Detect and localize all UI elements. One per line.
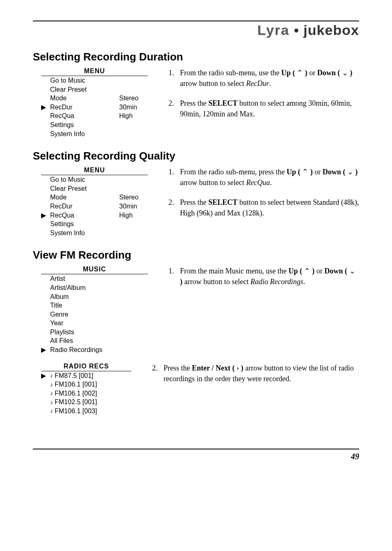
music-note-icon: ♪	[50, 398, 53, 406]
row-label: Mode	[50, 193, 119, 202]
menu-row: ▶ RecQua High	[41, 211, 148, 220]
row-label: Clear Preset	[50, 184, 119, 193]
instruction-step: From the radio sub-menu, use the Up ( ⌃ …	[176, 67, 359, 89]
row-label: Album	[50, 292, 148, 301]
instruction-step: Press the SELECT button to select betwee…	[176, 197, 359, 218]
instructions-recqua: From the radio sub-menu, press the Up ( …	[164, 167, 359, 227]
instruction-step: From the main Music menu, use the Up ( ⌃…	[176, 266, 359, 287]
row-label: Year	[50, 319, 148, 328]
row-label: FM102.5 [001]	[55, 398, 131, 407]
row-label: Artist/Album	[50, 283, 148, 292]
menu-row: ▶ ♪ FM87.5 [001]	[41, 371, 131, 380]
instruction-step: From the radio sub-menu, press the Up ( …	[176, 167, 359, 188]
menu-row: Year	[41, 319, 148, 328]
row-label: RecDur	[50, 103, 119, 112]
music-note-icon: ♪	[50, 389, 53, 397]
menu-recdur: MENU Go to Music Clear Preset Mode Stere…	[41, 67, 148, 138]
music-note-icon: ♪	[50, 372, 53, 380]
row-label: Playlists	[50, 328, 148, 337]
menu-row: Playlists	[41, 328, 148, 337]
menu-row: Artist/Album	[41, 283, 148, 292]
steps-list: From the radio sub-menu, use the Up ( ⌃ …	[164, 67, 359, 119]
menu-rows: ▶ ♪ FM87.5 [001] ♪ FM106.1 [001] ♪ FM106…	[41, 371, 131, 416]
menu-heading: RADIO RECS	[41, 363, 131, 371]
menu-row: Genre	[41, 310, 148, 319]
brand-left: Lyra	[257, 22, 290, 38]
row-label: FM106.1 [003]	[55, 407, 131, 416]
row-label: RecQua	[50, 111, 119, 120]
menu-rows: Go to Music Clear Preset Mode Stereo Rec…	[41, 175, 148, 237]
menu-music: MUSIC Artist Artist/Album Album Title Ge…	[41, 266, 148, 354]
menu-heading: MENU	[41, 67, 148, 76]
row-label: Clear Preset	[50, 85, 119, 94]
row-label: Title	[50, 301, 148, 310]
menu-row: System Info	[41, 229, 148, 238]
steps-list: Press the Enter / Next ( › ) arrow butto…	[148, 363, 359, 384]
row-value: Stereo	[119, 193, 148, 202]
row-label: Go to Music	[50, 76, 119, 85]
row-label: System Info	[50, 229, 119, 238]
brand-right: jukebox	[304, 22, 359, 38]
menu-row: Album	[41, 292, 148, 301]
row-label: All Files	[50, 336, 148, 345]
menu-row: ♪ FM102.5 [001]	[41, 398, 131, 407]
menu-row: ▶ RecDur 30min	[41, 103, 148, 112]
row-label: Settings	[50, 120, 119, 130]
footer-rule	[33, 449, 359, 449]
row-label: Radio Recordings	[50, 345, 148, 354]
row-label: Go to Music	[50, 175, 119, 184]
music-note-icon: ♪	[50, 407, 53, 415]
menu-row: Go to Music	[41, 175, 148, 184]
section-title-recdur: Selecting Recording Duration	[33, 51, 359, 63]
menu-recqua: MENU Go to Music Clear Preset Mode Stere…	[41, 167, 148, 237]
menu-rows: Go to Music Clear Preset Mode Stereo ▶ R…	[41, 76, 148, 138]
menu-row: Settings	[41, 120, 148, 130]
menu-row: Settings	[41, 220, 148, 229]
header-rule	[33, 21, 359, 21]
menu-radio-recs: RADIO RECS ▶ ♪ FM87.5 [001] ♪ FM106.1 [0…	[41, 363, 131, 416]
menu-row: Title	[41, 301, 148, 310]
row-label: Artist	[50, 274, 148, 283]
row-label: RecDur	[50, 202, 119, 211]
row-marker-icon: ▶	[41, 211, 50, 220]
brand-sep: •	[290, 22, 304, 38]
menu-row: ▶ Radio Recordings	[41, 345, 148, 354]
brand-header: Lyra • jukebox	[33, 22, 359, 38]
instructions-viewfm-2: Press the Enter / Next ( › ) arrow butto…	[148, 363, 359, 393]
row-label: RecQua	[50, 211, 119, 220]
row-value: 30min	[119, 103, 148, 112]
menu-row: Mode Stereo	[41, 94, 148, 103]
row-value: Stereo	[119, 94, 148, 103]
menu-row: Clear Preset	[41, 85, 148, 94]
menu-row: System Info	[41, 130, 148, 139]
instruction-step: Press the SELECT button to select among …	[176, 98, 359, 119]
menu-row: ♪ FM106.1 [001]	[41, 380, 131, 389]
instructions-recdur: From the radio sub-menu, use the Up ( ⌃ …	[164, 67, 359, 128]
menu-row: ♪ FM106.1 [003]	[41, 407, 131, 416]
menu-row: ♪ FM106.1 [002]	[41, 389, 131, 398]
menu-row: Go to Music	[41, 76, 148, 85]
page-number: 49	[33, 452, 359, 461]
menu-heading: MUSIC	[41, 266, 148, 274]
menu-heading: MENU	[41, 167, 148, 175]
menu-row: RecQua High	[41, 111, 148, 120]
row-label: FM106.1 [002]	[55, 389, 131, 398]
menu-row: Clear Preset	[41, 184, 148, 193]
row-marker-icon: ▶	[41, 371, 50, 380]
row-label: FM87.5 [001]	[55, 371, 131, 380]
row-label: System Info	[50, 130, 119, 139]
menu-rows: Artist Artist/Album Album Title Genre Ye…	[41, 274, 148, 354]
steps-list: From the main Music menu, use the Up ( ⌃…	[164, 266, 359, 287]
row-label: Genre	[50, 310, 148, 319]
menu-row: All Files	[41, 336, 148, 345]
row-value: 30min	[119, 202, 148, 211]
section-title-recqua: Selecting Recording Quality	[33, 150, 359, 162]
music-note-icon: ♪	[50, 381, 53, 389]
row-value: High	[119, 211, 148, 220]
row-label: FM106.1 [001]	[55, 380, 131, 389]
row-value: High	[119, 111, 148, 120]
menu-row: Artist	[41, 274, 148, 283]
row-marker-icon: ▶	[41, 103, 50, 112]
row-label: Settings	[50, 220, 119, 229]
instruction-step: Press the Enter / Next ( › ) arrow butto…	[159, 363, 359, 384]
